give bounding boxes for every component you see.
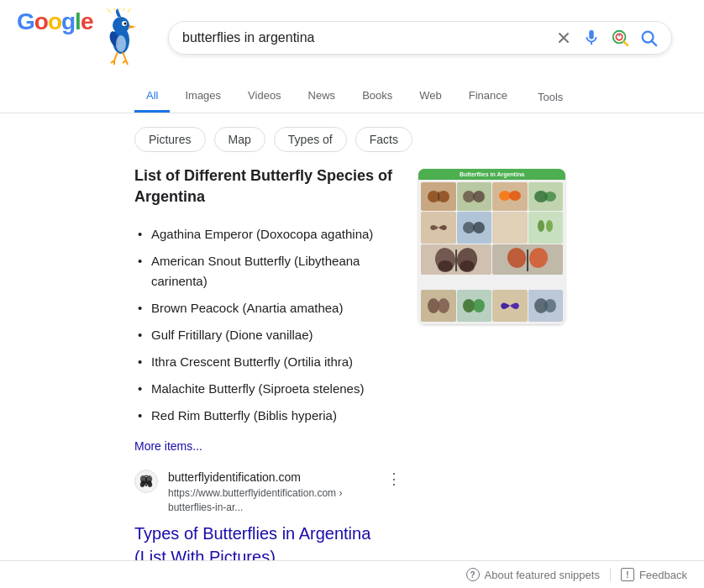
svg-point-54: [544, 299, 556, 312]
search-input[interactable]: butterflies in argentina: [182, 30, 549, 45]
more-items-link[interactable]: More items...: [134, 439, 402, 453]
lens-search-button[interactable]: [611, 29, 629, 47]
svg-line-3: [123, 8, 125, 11]
feedback-label: Feedback: [639, 569, 687, 581]
svg-point-17: [116, 35, 126, 52]
thumbnail-image: Butterflies in Argentina: [418, 169, 565, 324]
svg-line-16: [126, 60, 128, 65]
footer-separator: [610, 568, 611, 581]
thumb-cell: [528, 182, 564, 211]
voice-search-button[interactable]: [582, 29, 601, 47]
source-name: butterflyidentification.com: [168, 470, 376, 486]
footer-bar: ? About featured snippets ! Feedback: [0, 560, 704, 588]
flag-icon: !: [621, 568, 634, 581]
list-item: Agathina Emperor (Doxocopa agathina): [134, 221, 402, 248]
svg-line-1: [113, 8, 115, 11]
source-url: https://www.butterflyidentification.com …: [168, 486, 376, 515]
list-item: Red Rim Butterfly (Biblis hyperia): [134, 402, 402, 429]
svg-point-44: [460, 260, 475, 272]
list-item: Malachite Butterfly (Siproeta stelenes): [134, 375, 402, 402]
svg-point-36: [544, 192, 556, 202]
thumb-cell: [421, 290, 456, 322]
svg-point-50: [438, 298, 449, 313]
about-snippets[interactable]: ? About featured snippets: [466, 568, 600, 581]
svg-point-32: [473, 191, 485, 202]
list-item: Gulf Fritillary (Dione vanillae): [134, 322, 402, 349]
snippet-list: Agathina Emperor (Doxocopa agathina) Ame…: [134, 221, 402, 429]
svg-point-37: [463, 222, 475, 234]
svg-line-12: [123, 52, 126, 60]
snippet-title: List of Different Butterfly Species of A…: [134, 165, 402, 207]
thumb-cell: [492, 244, 563, 275]
svg-point-43: [438, 260, 453, 272]
thumb-cell: [421, 244, 491, 275]
source-more-button[interactable]: ⋮: [386, 470, 402, 488]
tab-books[interactable]: Books: [350, 81, 404, 113]
thumbnail[interactable]: Butterflies in Argentina: [418, 169, 570, 324]
thumb-cell: [492, 290, 528, 322]
svg-point-39: [538, 220, 544, 232]
source-info: butterflyidentification.com https://www.…: [134, 470, 402, 514]
svg-point-38: [473, 222, 485, 234]
thumbnail-header: Butterflies in Argentina: [418, 169, 565, 180]
svg-line-4: [128, 8, 130, 13]
tab-all[interactable]: All: [134, 81, 170, 113]
results-area: List of Different Butterfly Species of A…: [134, 165, 402, 588]
svg-point-9: [124, 23, 127, 25]
main-content: List of Different Butterfly Species of A…: [0, 165, 704, 588]
source-favicon: [134, 470, 158, 493]
chip-pictures[interactable]: Pictures: [134, 127, 206, 152]
svg-point-51: [463, 299, 475, 312]
svg-point-49: [428, 298, 439, 313]
info-icon: ?: [466, 568, 480, 581]
svg-line-11: [114, 52, 118, 60]
thumb-cell: [492, 182, 528, 211]
svg-point-52: [473, 299, 485, 312]
tab-web[interactable]: Web: [407, 81, 454, 113]
svg-point-6: [113, 17, 129, 34]
tab-videos[interactable]: Videos: [236, 81, 293, 113]
header: Google: [0, 0, 704, 67]
thumbnail-grid: [418, 180, 565, 324]
list-item: Brown Peacock (Anartia amathea): [134, 295, 402, 322]
svg-point-33: [499, 191, 511, 201]
svg-point-31: [463, 191, 475, 202]
tools-button[interactable]: Tools: [526, 82, 575, 112]
chip-types-of[interactable]: Types of: [274, 127, 347, 152]
thumb-cell: [528, 290, 564, 322]
svg-point-34: [509, 191, 521, 201]
chip-map[interactable]: Map: [214, 127, 265, 152]
thumb-cell: [457, 290, 492, 322]
thumb-cell: [421, 212, 456, 244]
thumb-cell: [457, 182, 492, 211]
svg-point-46: [506, 246, 528, 270]
feedback-button[interactable]: ! Feedback: [621, 568, 687, 581]
svg-marker-7: [129, 25, 136, 29]
thumb-cell: [457, 212, 492, 244]
source-details: butterflyidentification.com https://www.…: [168, 470, 376, 514]
tab-news[interactable]: News: [297, 81, 348, 113]
logo-area[interactable]: Google: [17, 8, 151, 67]
svg-point-40: [546, 220, 553, 232]
clear-button[interactable]: [555, 29, 572, 46]
doodle-bird: [102, 8, 143, 71]
search-icons: [555, 29, 658, 47]
nav-tabs: All Images Videos News Books Web Finance…: [0, 74, 704, 113]
filter-chips: Pictures Map Types of Facts: [0, 113, 704, 165]
thumb-cell: [528, 212, 564, 244]
svg-point-29: [438, 191, 449, 202]
svg-point-28: [428, 191, 439, 202]
search-bar[interactable]: butterflies in argentina: [168, 21, 672, 55]
chip-facts[interactable]: Facts: [355, 127, 412, 152]
svg-point-47: [527, 246, 549, 270]
thumb-cell: [421, 182, 456, 211]
svg-line-22: [652, 41, 656, 45]
search-button[interactable]: [639, 29, 658, 47]
tab-images[interactable]: Images: [173, 81, 233, 113]
list-item: American Snout Butterfly (Libytheana car…: [134, 248, 402, 295]
thumb-cell: [492, 212, 528, 244]
svg-line-20: [624, 42, 628, 46]
about-snippets-label: About featured snippets: [485, 569, 600, 581]
tab-finance[interactable]: Finance: [457, 81, 519, 113]
butterfly-favicon-icon: [139, 475, 153, 488]
